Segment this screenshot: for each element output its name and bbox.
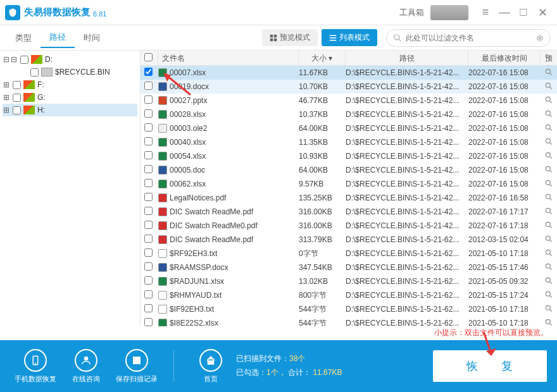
svg-point-43: [546, 319, 550, 324]
svg-line-16: [550, 128, 552, 130]
svg-line-34: [550, 254, 552, 255]
file-icon: [158, 277, 167, 286]
table-row[interactable]: $RF92EH3.txt 0字节 D:\$RECYCLE.BIN\S-1-5-2…: [141, 247, 557, 260]
svg-line-12: [550, 101, 552, 102]
table-row[interactable]: 00062.xlsx 9.57KB D:\$RECYCLE.BIN\S-1-5-…: [141, 177, 557, 191]
clear-search-icon[interactable]: ⊗: [536, 33, 544, 43]
table-row[interactable]: 00005.doc 64.00KB D:\$RECYCLE.BIN\S-1-5-…: [141, 163, 557, 177]
tree-item[interactable]: ⊟⊟D:: [3, 53, 137, 66]
close-icon[interactable]: ✕: [533, 3, 552, 22]
preview-icon[interactable]: [541, 304, 557, 315]
preview-icon[interactable]: [541, 248, 557, 259]
preview-icon[interactable]: [541, 137, 557, 148]
tree-item[interactable]: ⊞G:: [3, 91, 137, 104]
recover-button[interactable]: 恢 复: [433, 350, 547, 382]
menu-icon[interactable]: ≡: [476, 3, 495, 22]
table-row[interactable]: $RADJUN1.xlsx 13.02KB D:\$RECYCLE.BIN\S-…: [141, 274, 557, 288]
col-date[interactable]: 最后修改时间: [468, 51, 541, 65]
app-version: 6.81: [93, 10, 106, 18]
preview-icon[interactable]: [541, 290, 557, 301]
save-scan-button[interactable]: 保存扫描记录: [111, 349, 162, 384]
col-size[interactable]: 大小: [311, 54, 327, 63]
svg-line-38: [550, 281, 552, 283]
table-row[interactable]: 00028.xlsx 10.37KB D:\$RECYCLE.BIN\S-1-5…: [141, 107, 557, 121]
svg-point-25: [546, 194, 550, 199]
tree-item[interactable]: ⊞H:: [3, 104, 137, 116]
svg-point-41: [546, 305, 550, 310]
table-row[interactable]: $RHMYAUD.txt 800字节 D:\$RECYCLE.BIN\S-1-5…: [141, 288, 557, 302]
preview-icon[interactable]: [541, 95, 557, 106]
table-row[interactable]: 00019.docx 10.70KB D:\$RECYCLE.BIN\S-1-5…: [141, 80, 557, 94]
hint-text: 小提示：双击文件可以直接预览。: [0, 326, 557, 340]
svg-point-35: [546, 264, 550, 268]
table-row[interactable]: 00040.xlsx 11.35KB D:\$RECYCLE.BIN\S-1-5…: [141, 135, 557, 149]
tree-item[interactable]: $RECYCLE.BIN: [3, 66, 137, 78]
file-list[interactable]: 00007.xlsx 11.67KB D:\$RECYCLE.BIN\S-1-5…: [141, 66, 557, 326]
preview-icon[interactable]: [541, 151, 557, 162]
col-name[interactable]: 文件名: [158, 51, 299, 65]
table-row[interactable]: LegalNotices.pdf 135.25KB D:\$RECYCLE.BI…: [141, 191, 557, 205]
svg-line-30: [550, 226, 552, 228]
list-mode-button[interactable]: 列表模式: [322, 29, 377, 46]
file-icon: [158, 180, 167, 188]
table-row[interactable]: $IF92EH3.txt 544字节 D:\$RECYCLE.BIN\S-1-5…: [141, 302, 557, 316]
table-row[interactable]: 00027.pptx 46.77KB D:\$RECYCLE.BIN\S-1-5…: [141, 94, 557, 107]
col-preview: 预览: [541, 51, 557, 65]
file-icon: [158, 221, 167, 230]
scan-stats: 已扫描到文件：38个 已勾选：1个， 合计： 11.67KB: [236, 352, 433, 379]
file-icon: [158, 124, 167, 133]
table-row[interactable]: 00003.ole2 64.00KB D:\$RECYCLE.BIN\S-1-5…: [141, 121, 557, 135]
tab-type[interactable]: 类型: [6, 28, 41, 47]
preview-icon[interactable]: [541, 276, 557, 287]
home-icon: [199, 349, 222, 372]
preview-icon[interactable]: [541, 262, 557, 273]
svg-line-40: [550, 295, 552, 297]
minimize-icon[interactable]: —: [495, 3, 514, 22]
search-box[interactable]: ⊗: [386, 29, 551, 47]
preview-icon[interactable]: [541, 221, 557, 231]
preview-icon[interactable]: [541, 109, 557, 120]
search-icon: [393, 34, 402, 42]
search-input[interactable]: [406, 34, 532, 42]
toolbox-button[interactable]: 工具箱: [399, 7, 424, 18]
svg-point-31: [546, 236, 550, 240]
table-row[interactable]: 00007.xlsx 11.67KB D:\$RECYCLE.BIN\S-1-5…: [141, 66, 557, 80]
table-row[interactable]: DIC Swatch ReadMe.pdf 316.00KB D:\$RECYC…: [141, 205, 557, 219]
select-all-checkbox[interactable]: [144, 53, 153, 61]
preview-icon[interactable]: [541, 193, 557, 204]
table-row[interactable]: DIC Swatch ReadMe.pdf 313.79KB D:\$RECYC…: [141, 233, 557, 247]
preview-icon[interactable]: [541, 165, 557, 176]
table-row[interactable]: DIC Swatch ReadMe0.pdf 316.00KB D:\$RECY…: [141, 219, 557, 233]
preview-icon[interactable]: [541, 207, 557, 217]
file-icon: [158, 305, 167, 314]
tree-item[interactable]: ⊞F:: [3, 78, 137, 91]
preview-icon[interactable]: [541, 179, 557, 190]
mobile-recover-button[interactable]: 手机数据恢复: [10, 349, 61, 384]
table-row[interactable]: $RAAMSSP.docx 347.54KB D:\$RECYCLE.BIN\S…: [141, 260, 557, 274]
preview-icon[interactable]: [541, 68, 557, 78]
tab-path[interactable]: 路径: [41, 28, 75, 48]
file-icon: [158, 96, 167, 105]
vip-button[interactable]: [430, 5, 468, 20]
svg-rect-1: [274, 34, 277, 37]
preview-icon[interactable]: [541, 235, 557, 245]
export-icon: [125, 349, 148, 372]
col-path[interactable]: 路径: [346, 51, 468, 65]
svg-line-10: [550, 87, 552, 89]
svg-line-18: [550, 142, 552, 144]
svg-point-46: [35, 362, 36, 364]
file-icon: [158, 166, 167, 175]
svg-point-33: [546, 250, 550, 254]
online-chat-button[interactable]: 在线咨询: [61, 349, 111, 384]
preview-icon[interactable]: [541, 82, 557, 92]
tab-time[interactable]: 时间: [75, 28, 109, 47]
svg-point-13: [546, 111, 550, 115]
titlebar: 失易得数据恢复 6.81 工具箱 ≡ — □ ✕: [0, 0, 557, 25]
table-row[interactable]: $I8E22S2.xlsx 544字节 D:\$RECYCLE.BIN\S-1-…: [141, 316, 557, 326]
preview-icon[interactable]: [541, 123, 557, 134]
preview-icon[interactable]: [541, 318, 557, 327]
table-row[interactable]: 00054.xlsx 10.93KB D:\$RECYCLE.BIN\S-1-5…: [141, 149, 557, 163]
preview-mode-button[interactable]: 预览模式: [262, 29, 318, 46]
maximize-icon[interactable]: □: [514, 3, 533, 22]
home-button[interactable]: 首页: [185, 349, 236, 384]
